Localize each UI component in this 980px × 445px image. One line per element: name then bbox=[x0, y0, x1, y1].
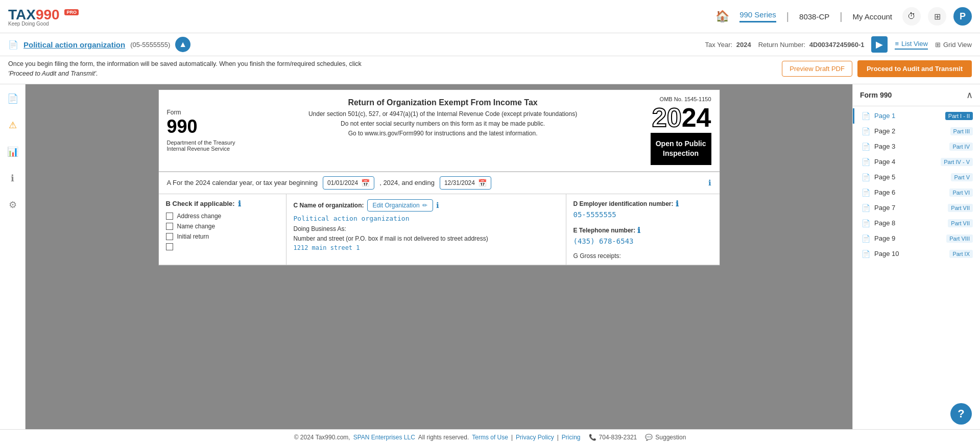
help-btn[interactable]: ? bbox=[950, 403, 972, 425]
org-title[interactable]: Political action organization bbox=[23, 40, 125, 49]
form-note2: Go to www.irs.gov/Form990 for instructio… bbox=[241, 130, 644, 137]
collapse-btn[interactable]: ▲ bbox=[175, 37, 190, 52]
form-nav-icon[interactable]: 📄 bbox=[4, 89, 22, 108]
page-num: Page 9 bbox=[874, 235, 895, 242]
sidebar-page-10[interactable]: 📄 Page 10 Part IX bbox=[853, 246, 980, 262]
form-note1: Do not enter social security numbers on … bbox=[241, 120, 644, 127]
edit-icon: ✏ bbox=[422, 202, 427, 209]
clock-icon[interactable]: ⏱ bbox=[902, 7, 921, 26]
dept-treasury: Department of the Treasury bbox=[167, 139, 235, 146]
page-part: Part IX bbox=[949, 250, 973, 258]
page-part: Part VII bbox=[948, 204, 973, 212]
nav-my-account[interactable]: My Account bbox=[852, 12, 892, 21]
alert-icon[interactable]: ⚠ bbox=[4, 116, 22, 134]
check-name-row: B Check if applicable: ℹ Address change … bbox=[159, 194, 720, 265]
header-nav: 🏠 990 Series | 8038-CP | My Account bbox=[715, 10, 892, 23]
desc-bar: Once you begin filing the form, the info… bbox=[0, 56, 980, 84]
footer: © 2024 Tax990.com, SPAN Enterprises LLC … bbox=[0, 429, 980, 445]
phone-info-icon[interactable]: ℹ bbox=[637, 226, 640, 235]
sidebar-collapse-btn[interactable]: ∧ bbox=[966, 89, 973, 101]
sidebar-page-6[interactable]: 📄 Page 6 Part VI bbox=[853, 185, 980, 200]
year-outline: 20 bbox=[652, 103, 682, 132]
desc-text: Once you begin filing the form, the info… bbox=[8, 59, 366, 79]
form-header: Form 990 Department of the Treasury Inte… bbox=[159, 90, 720, 172]
page-num: Page 8 bbox=[874, 219, 895, 227]
sidebar-page-5[interactable]: 📄 Page 5 Part V bbox=[853, 170, 980, 185]
footer-suggestion[interactable]: 💬 Suggestion bbox=[645, 434, 686, 441]
page-icon: 📄 bbox=[862, 235, 870, 243]
page-icon: 📄 bbox=[862, 143, 870, 151]
address-change-checkbox[interactable] bbox=[166, 213, 173, 220]
form-icon: 📄 bbox=[8, 40, 18, 50]
grid-icon[interactable]: ⊞ bbox=[928, 7, 946, 26]
dba-label: Doing Business As: bbox=[294, 225, 559, 232]
sidebar-page-4[interactable]: 📄 Page 4 Part IV - V bbox=[853, 154, 980, 170]
return-number-value: 4D00347245960-1 bbox=[809, 41, 865, 49]
list-view-btn[interactable]: ≡ List View bbox=[895, 40, 927, 50]
ein-value: 05-5555555 bbox=[573, 210, 712, 219]
return-number: Return Number: 4D00347245960-1 bbox=[758, 41, 865, 49]
footer-privacy[interactable]: Privacy Policy bbox=[516, 434, 554, 441]
form-container: Form 990 Department of the Treasury Inte… bbox=[158, 89, 720, 266]
irs-label: Internal Revenue Service bbox=[167, 146, 235, 152]
name-change-checkbox[interactable] bbox=[166, 223, 173, 230]
end-date-input[interactable]: 12/31/2024 📅 bbox=[440, 176, 491, 190]
phone-icon: 📞 bbox=[589, 434, 596, 441]
footer-span[interactable]: SPAN Enterprises LLC bbox=[353, 434, 415, 441]
desc-actions: Preview Draft PDF Proceed to Audit and T… bbox=[782, 60, 972, 77]
page-num: Page 5 bbox=[874, 173, 895, 181]
sidebar-page-7[interactable]: 📄 Page 7 Part VII bbox=[853, 200, 980, 216]
check-extra bbox=[166, 243, 279, 250]
end-date-calendar-icon[interactable]: 📅 bbox=[478, 179, 487, 187]
preview-draft-btn[interactable]: Preview Draft PDF bbox=[782, 61, 852, 77]
check-info-icon[interactable]: ℹ bbox=[238, 199, 241, 208]
nav-8038cp[interactable]: 8038-CP bbox=[799, 12, 829, 21]
suggestion-icon: 💬 bbox=[645, 434, 653, 441]
chart-icon[interactable]: 📊 bbox=[4, 143, 22, 161]
page-part: Part VIII bbox=[946, 235, 973, 243]
page-num: Page 3 bbox=[874, 143, 895, 150]
start-date-input[interactable]: 01/01/2024 📅 bbox=[323, 176, 374, 190]
date-mid-text: , 2024, and ending bbox=[379, 179, 435, 186]
proceed-audit-btn[interactable]: Proceed to Audit and Transmit bbox=[857, 60, 972, 77]
sidebar-page-2[interactable]: 📄 Page 2 Part III bbox=[853, 124, 980, 139]
home-icon[interactable]: 🏠 bbox=[715, 10, 729, 23]
grid-view-btn[interactable]: ⊞ Grid View bbox=[935, 41, 972, 49]
footer-pricing[interactable]: Pricing bbox=[562, 434, 581, 441]
form-title: Return of Organization Exempt From Incom… bbox=[241, 98, 644, 107]
start-date-calendar-icon[interactable]: 📅 bbox=[361, 179, 370, 187]
page-icon: 📄 bbox=[862, 219, 870, 227]
calendar-label: A For the 2024 calendar year, or tax yea… bbox=[167, 179, 318, 186]
page-icon: 📄 bbox=[862, 127, 870, 135]
form-year-area: OMB No. 1545-1150 2024 Open to Public In… bbox=[651, 96, 711, 165]
sidebar-page-1[interactable]: 📄 Page 1 Part I - II bbox=[853, 108, 980, 124]
sidebar-page-8[interactable]: 📄 Page 8 Part VII bbox=[853, 216, 980, 231]
calendar-info-icon[interactable]: ℹ bbox=[708, 178, 711, 188]
user-avatar[interactable]: P bbox=[953, 7, 972, 26]
page-icon: 📄 bbox=[862, 112, 870, 120]
info-icon[interactable]: ℹ bbox=[4, 169, 22, 188]
footer-phone: 📞 704-839-2321 bbox=[589, 434, 637, 441]
form-area: Form 990 Department of the Treasury Inte… bbox=[26, 84, 852, 430]
sidebar-page-3[interactable]: 📄 Page 3 Part IV bbox=[853, 139, 980, 154]
check-address-change: Address change bbox=[166, 213, 279, 220]
footer-terms[interactable]: Terms of Use bbox=[472, 434, 508, 441]
sidebar-page-9[interactable]: 📄 Page 9 Part VIII bbox=[853, 231, 980, 246]
settings-icon[interactable]: ⚙ bbox=[4, 196, 22, 214]
name-section: C Name of organization: Edit Organizatio… bbox=[286, 194, 566, 265]
tax-year-value: 2024 bbox=[736, 41, 751, 49]
next-btn[interactable]: ▶ bbox=[871, 36, 888, 53]
page-num: Page 1 bbox=[874, 112, 895, 120]
ein-info-icon[interactable]: ℹ bbox=[676, 199, 679, 208]
footer-copyright: © 2024 Tax990.com, bbox=[294, 434, 350, 441]
edit-org-btn[interactable]: Edit Organization ✏ bbox=[367, 199, 433, 212]
initial-return-checkbox[interactable] bbox=[166, 233, 173, 240]
nav-990-series[interactable]: 990 Series bbox=[739, 10, 776, 22]
sidebar-title: Form 990 bbox=[860, 91, 892, 99]
form-number: 990 bbox=[167, 116, 235, 137]
addr-label: Number and street (or P.O. box if mail i… bbox=[294, 235, 559, 242]
page-icon: 📄 bbox=[862, 204, 870, 212]
form-label: Form bbox=[167, 109, 235, 116]
name-info-icon[interactable]: ℹ bbox=[436, 201, 439, 210]
extra-checkbox[interactable] bbox=[166, 243, 173, 250]
